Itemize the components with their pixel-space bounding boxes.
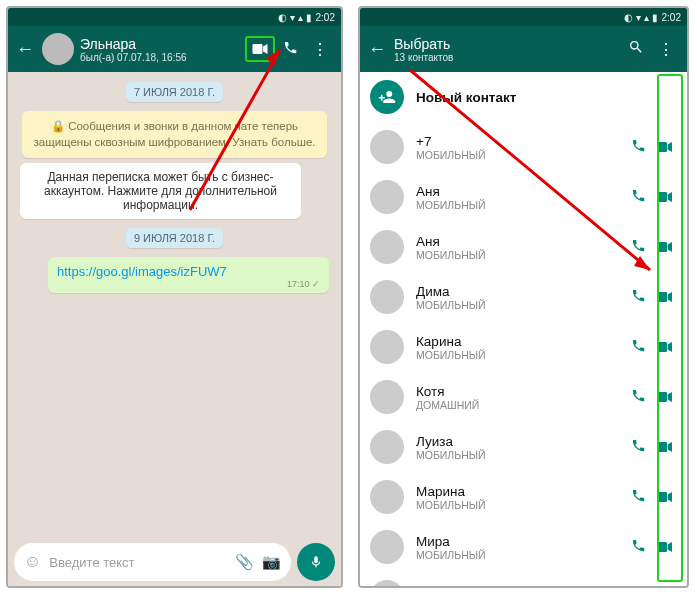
contact-meta: ДимаМОБИЛЬНЫЙ: [416, 284, 625, 311]
svg-rect-4: [657, 292, 667, 302]
contact-sub: МОБИЛЬНЫЙ: [416, 199, 625, 211]
avatar: [370, 130, 404, 164]
contact-row[interactable]: АняМОБИЛЬНЫЙ: [360, 172, 687, 222]
voice-call-icon[interactable]: [625, 188, 651, 206]
encryption-notice[interactable]: 🔒 Сообщения и звонки в данном чате тепер…: [22, 111, 327, 158]
overflow-menu-icon[interactable]: ⋮: [305, 40, 335, 59]
back-icon[interactable]: ←: [366, 39, 388, 60]
search-icon[interactable]: [621, 39, 651, 59]
contact-meta: +7МОБИЛЬНЫЙ: [416, 134, 625, 161]
svg-rect-3: [657, 242, 667, 252]
contact-row[interactable]: РазияМОБИЛЬНЫЙ: [360, 572, 687, 586]
contact-name: Дима: [416, 284, 625, 299]
chat-title-block[interactable]: Эльнара был(-а) 07.07.18, 16:56: [80, 36, 245, 63]
attach-icon[interactable]: 📎: [235, 553, 254, 571]
business-notice[interactable]: Данная переписка может быть с бизнес-акк…: [20, 163, 301, 219]
voice-call-icon[interactable]: [625, 338, 651, 356]
avatar: [370, 430, 404, 464]
voice-call-icon[interactable]: [625, 288, 651, 306]
video-call-icon[interactable]: [245, 36, 275, 62]
voice-call-icon[interactable]: [625, 438, 651, 456]
svg-rect-7: [657, 442, 667, 452]
svg-rect-9: [657, 542, 667, 552]
video-call-icon[interactable]: [651, 289, 677, 305]
contact-sub: МОБИЛЬНЫЙ: [416, 349, 625, 361]
emoji-icon[interactable]: ☺: [24, 552, 41, 572]
video-call-icon[interactable]: [651, 239, 677, 255]
chat-input-bar: ☺ Введите текст 📎 📷: [8, 538, 341, 586]
mic-button[interactable]: [297, 543, 335, 581]
date-chip: 9 ИЮЛЯ 2018 Г.: [126, 228, 223, 248]
status-bar: ◐ ▾ ▴ ▮ 2:02: [360, 8, 687, 26]
status-bar: ◐ ▾ ▴ ▮ 2:02: [8, 8, 341, 26]
avatar: [370, 530, 404, 564]
chat-last-seen: был(-а) 07.07.18, 16:56: [80, 52, 245, 63]
contact-row[interactable]: +7МОБИЛЬНЫЙ: [360, 122, 687, 172]
date-chip: 7 ИЮЛЯ 2018 Г.: [126, 82, 223, 102]
new-contact-icon: [370, 80, 404, 114]
video-call-icon[interactable]: [651, 189, 677, 205]
video-call-icon[interactable]: [651, 539, 677, 555]
contact-sub: ДОМАШНИЙ: [416, 399, 625, 411]
video-call-icon[interactable]: [651, 389, 677, 405]
avatar: [370, 380, 404, 414]
video-call-icon[interactable]: [651, 489, 677, 505]
svg-rect-0: [253, 44, 263, 54]
status-icons: ◐ ▾ ▴ ▮: [624, 12, 657, 23]
avatar: [370, 230, 404, 264]
picker-subtitle: 13 контактов: [394, 52, 621, 63]
contact-name: Аня: [416, 234, 625, 249]
contact-meta: АняМОБИЛЬНЫЙ: [416, 234, 625, 261]
new-contact-label: Новый контакт: [416, 90, 677, 105]
picker-title-block: Выбрать 13 контактов: [394, 36, 621, 63]
new-contact-row[interactable]: Новый контакт: [360, 72, 687, 122]
contact-name: Мира: [416, 534, 625, 549]
picker-app-bar: ← Выбрать 13 контактов ⋮: [360, 26, 687, 72]
contact-name: Луиза: [416, 434, 625, 449]
camera-icon[interactable]: 📷: [262, 553, 281, 571]
video-call-icon[interactable]: [651, 339, 677, 355]
contact-row[interactable]: МаринаМОБИЛЬНЫЙ: [360, 472, 687, 522]
svg-rect-5: [657, 342, 667, 352]
video-call-icon[interactable]: [651, 439, 677, 455]
avatar[interactable]: [42, 33, 74, 65]
overflow-menu-icon[interactable]: ⋮: [651, 40, 681, 59]
avatar: [370, 330, 404, 364]
chat-app-bar: ← Эльнара был(-а) 07.07.18, 16:56 ⋮: [8, 26, 341, 72]
svg-rect-1: [657, 142, 667, 152]
contact-row[interactable]: АняМОБИЛЬНЫЙ: [360, 222, 687, 272]
contact-meta: ЛуизаМОБИЛЬНЫЙ: [416, 434, 625, 461]
svg-rect-8: [657, 492, 667, 502]
voice-call-icon[interactable]: [275, 40, 305, 59]
contact-meta: РазияМОБИЛЬНЫЙ: [416, 584, 625, 587]
message-link[interactable]: https://goo.gl/images/izFUW7: [57, 264, 227, 279]
contact-row[interactable]: КаринаМОБИЛЬНЫЙ: [360, 322, 687, 372]
contact-meta: АняМОБИЛЬНЫЙ: [416, 184, 625, 211]
contact-name: Карина: [416, 334, 625, 349]
contact-row[interactable]: ДимаМОБИЛЬНЫЙ: [360, 272, 687, 322]
back-icon[interactable]: ←: [14, 39, 36, 60]
voice-call-icon[interactable]: [625, 538, 651, 556]
contact-name: +7: [416, 134, 625, 149]
voice-call-icon[interactable]: [625, 138, 651, 156]
contact-row[interactable]: МираМОБИЛЬНЫЙ: [360, 522, 687, 572]
avatar: [370, 480, 404, 514]
message-out[interactable]: https://goo.gl/images/izFUW7 17:10 ✓: [48, 257, 329, 293]
video-call-icon[interactable]: [651, 139, 677, 155]
avatar: [370, 280, 404, 314]
input-placeholder: Введите текст: [49, 555, 227, 570]
voice-call-icon[interactable]: [625, 388, 651, 406]
contact-row[interactable]: ЛуизаМОБИЛЬНЫЙ: [360, 422, 687, 472]
message-input[interactable]: ☺ Введите текст 📎 📷: [14, 543, 291, 581]
contact-meta: МаринаМОБИЛЬНЫЙ: [416, 484, 625, 511]
contact-sub: МОБИЛЬНЫЙ: [416, 149, 625, 161]
contact-sub: МОБИЛЬНЫЙ: [416, 499, 625, 511]
contact-list[interactable]: Новый контакт +7МОБИЛЬНЫЙАняМОБИЛЬНЫЙАня…: [360, 72, 687, 586]
contact-sub: МОБИЛЬНЫЙ: [416, 299, 625, 311]
avatar: [370, 580, 404, 586]
contact-meta: МираМОБИЛЬНЫЙ: [416, 534, 625, 561]
voice-call-icon[interactable]: [625, 488, 651, 506]
voice-call-icon[interactable]: [625, 238, 651, 256]
svg-rect-6: [657, 392, 667, 402]
contact-row[interactable]: КотяДОМАШНИЙ: [360, 372, 687, 422]
